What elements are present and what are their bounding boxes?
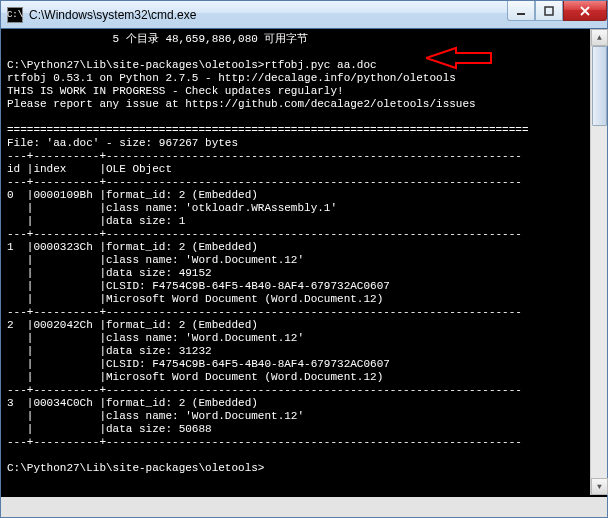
output-line: File: 'aa.doc' - size: 967267 bytes	[7, 137, 238, 149]
table-separator: ---+----------+-------------------------…	[7, 306, 522, 318]
table-separator: ---+----------+-------------------------…	[7, 384, 522, 396]
output-line: ========================================…	[7, 124, 529, 136]
maximize-button[interactable]	[535, 1, 563, 21]
terminal-output[interactable]: 5 个目录 48,659,886,080 可用字节 C:\Python27\Li…	[1, 29, 607, 517]
bottom-strip	[1, 497, 607, 517]
scroll-down-button[interactable]: ▼	[591, 478, 608, 495]
svg-rect-1	[545, 7, 553, 15]
output-line: THIS IS WORK IN PROGRESS - Check updates…	[7, 85, 344, 97]
cmd-window: C:\ C:\Windows\system32\cmd.exe 5 个目录 48…	[0, 0, 608, 518]
maximize-icon	[544, 6, 554, 16]
window-title: C:\Windows\system32\cmd.exe	[29, 8, 196, 22]
table-row: | |class name: 'Word.Document.12'	[7, 332, 522, 344]
close-icon	[579, 5, 591, 17]
prompt-line: C:\Python27\Lib\site-packages\oletools>	[7, 462, 264, 474]
table-row: | |data size: 50688	[7, 423, 522, 435]
table-row: 2 |0002042Ch |format_id: 2 (Embedded)	[7, 319, 522, 331]
table-row: | |CLSID: F4754C9B-64F5-4B40-8AF4-679732…	[7, 358, 522, 370]
table-row: | |data size: 1	[7, 215, 522, 227]
scroll-thumb[interactable]	[592, 46, 607, 126]
output-line: 5 个目录 48,659,886,080 可用字节	[7, 33, 308, 45]
table-row: | |class name: 'Word.Document.12'	[7, 410, 522, 422]
scroll-up-button[interactable]: ▲	[591, 29, 608, 46]
table-row: | |Microsoft Word Document (Word.Documen…	[7, 293, 522, 305]
table-separator: ---+----------+-------------------------…	[7, 228, 522, 240]
window-controls	[507, 1, 607, 21]
vertical-scrollbar[interactable]: ▲ ▼	[590, 29, 607, 495]
close-button[interactable]	[563, 1, 607, 21]
table-row: | |CLSID: F4754C9B-64F5-4B40-8AF4-679732…	[7, 280, 522, 292]
table-row: | |data size: 31232	[7, 345, 522, 357]
cmd-icon: C:\	[7, 7, 23, 23]
output-line: rtfobj 0.53.1 on Python 2.7.5 - http://d…	[7, 72, 456, 84]
table-row: 3 |00034C0Ch |format_id: 2 (Embedded)	[7, 397, 522, 409]
table-row: | |class name: 'otkloadr.WRAssembly.1'	[7, 202, 522, 214]
output-line: Please report any issue at https://githu…	[7, 98, 476, 110]
prompt-line: C:\Python27\Lib\site-packages\oletools>r…	[7, 59, 377, 71]
table-row: | |class name: 'Word.Document.12'	[7, 254, 522, 266]
table-separator: ---+----------+-------------------------…	[7, 176, 522, 188]
minimize-button[interactable]	[507, 1, 535, 21]
table-row: 0 |0000109Bh |format_id: 2 (Embedded)	[7, 189, 522, 201]
table-header: id |index |OLE Object	[7, 163, 522, 175]
minimize-icon	[516, 6, 526, 16]
table-row: | |data size: 49152	[7, 267, 522, 279]
table-row: | |Microsoft Word Document (Word.Documen…	[7, 371, 522, 383]
chevron-down-icon: ▼	[597, 482, 602, 491]
table-separator: ---+----------+-------------------------…	[7, 436, 522, 448]
table-separator: ---+----------+-------------------------…	[7, 150, 522, 162]
table-row: 1 |0000323Ch |format_id: 2 (Embedded)	[7, 241, 522, 253]
chevron-up-icon: ▲	[597, 33, 602, 42]
titlebar[interactable]: C:\ C:\Windows\system32\cmd.exe	[1, 1, 607, 29]
svg-rect-0	[517, 13, 525, 15]
